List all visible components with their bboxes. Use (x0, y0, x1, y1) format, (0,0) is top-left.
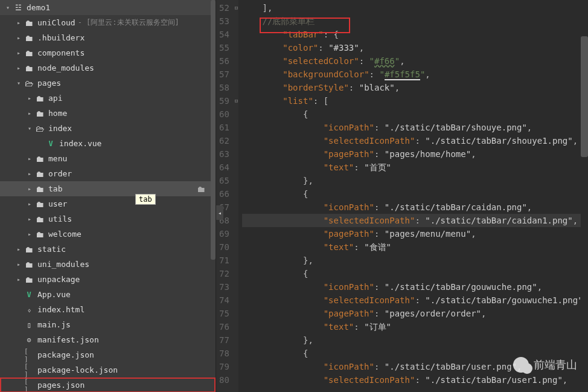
folder-icon (35, 184, 45, 194)
chevron-right-icon[interactable] (14, 19, 23, 27)
tree-item-utils[interactable]: utils (0, 211, 216, 227)
spacer (36, 140, 45, 148)
tree-label: api (48, 94, 62, 103)
tree-item-order[interactable]: order (0, 166, 216, 181)
code-editor[interactable]: 5253545556575859606162636465666768697071… (216, 0, 588, 392)
tree-label: utils (48, 214, 72, 223)
chevron-down-icon[interactable] (14, 79, 23, 88)
tree-item-main-js[interactable]: main.js (0, 317, 216, 332)
tree-item-node-modules[interactable]: node_modules (0, 60, 216, 76)
wechat-icon (513, 357, 529, 373)
folder-icon (35, 199, 45, 209)
tree-label: unpackage (37, 275, 80, 284)
tooltip: tab (135, 194, 156, 205)
chevron-right-icon[interactable] (14, 275, 23, 284)
html-icon (24, 305, 34, 315)
vue-icon (24, 290, 34, 300)
tree-label: App.vue (37, 290, 71, 299)
folder-icon (24, 260, 34, 269)
chevron-right-icon[interactable] (14, 245, 23, 254)
tree-item-package-lock-json[interactable]: package-lock.json (0, 362, 216, 378)
tree-label: manifest.json (37, 335, 99, 344)
json-icon (24, 335, 34, 345)
tree-item-api[interactable]: api (0, 91, 216, 106)
tree-item-index[interactable]: index (0, 121, 216, 136)
tree-item-manifest-json[interactable]: manifest.json (0, 332, 216, 347)
tree-item-home[interactable]: home (0, 106, 216, 121)
chevron-right-icon[interactable] (25, 215, 34, 223)
chevron-right-icon[interactable] (14, 64, 23, 72)
editor-scrollbar[interactable] (581, 0, 588, 392)
tree-label: order (48, 169, 72, 178)
tree-label: .hbuilderx (37, 33, 85, 42)
sidebar-scrollbar[interactable] (211, 0, 216, 260)
spacer (14, 366, 23, 374)
watermark-text: 前端青山 (534, 358, 577, 372)
chevron-down-icon[interactable] (25, 124, 34, 133)
tree-label: components (37, 48, 85, 57)
tree-label: node_modules (37, 63, 94, 72)
tree-item-unpackage[interactable]: unpackage (0, 272, 216, 287)
tree-item-index-html[interactable]: index.html (0, 302, 216, 317)
file-explorer[interactable]: demo1 uniCloud - [阿里云:未关联云服务空间] .hbuilde… (0, 0, 216, 392)
chevron-right-icon[interactable] (25, 155, 34, 163)
spacer (14, 321, 23, 329)
tree-label: index (48, 124, 72, 133)
project-label: demo1 (27, 3, 50, 12)
folder-icon (24, 275, 34, 284)
tree-item-app-vue[interactable]: App.vue (0, 287, 216, 302)
spacer (14, 291, 23, 299)
js-icon (24, 320, 34, 330)
tree-item-index-vue[interactable]: index.vue (0, 136, 216, 151)
tree-item-hbuilderx[interactable]: .hbuilderx (0, 30, 216, 45)
tree-item-components[interactable]: components (0, 45, 216, 60)
chevron-right-icon[interactable] (25, 230, 34, 239)
tree-label: index.html (37, 305, 85, 314)
tree-item-pages-json[interactable]: pages.json (0, 378, 216, 392)
chevron-right-icon[interactable] (25, 170, 34, 178)
tree-item-menu[interactable]: menu (0, 151, 216, 166)
tree-label: user (48, 199, 67, 208)
tree-label: tab (48, 184, 62, 193)
chevron-right-icon[interactable] (25, 185, 34, 193)
folder-icon (35, 214, 45, 224)
json-icon (24, 350, 34, 360)
folder-open-icon (35, 124, 45, 133)
folder-icon (24, 33, 34, 43)
project-root[interactable]: demo1 (0, 0, 216, 15)
tree-label: pages.json (37, 381, 85, 390)
chevron-right-icon[interactable] (25, 94, 34, 103)
folder-icon (24, 18, 34, 28)
folder-icon (24, 245, 34, 254)
tree-item-welcome[interactable]: welcome (0, 227, 216, 242)
tree-item-pages[interactable]: pages (0, 76, 216, 91)
tree-item-static[interactable]: static (0, 242, 216, 257)
scroll-thumb[interactable] (581, 36, 588, 157)
chevron-right-icon[interactable] (14, 260, 23, 269)
tree-item-uni-modules[interactable]: uni_modules (0, 257, 216, 272)
chevron-right-icon[interactable] (25, 200, 34, 208)
chevron-right-icon[interactable] (14, 34, 23, 42)
code-content[interactable]: ], //底部菜单栏 "tabBar": { "color": "#333", … (238, 0, 588, 392)
folder-icon (35, 154, 45, 164)
tree-note: - [阿里云:未关联云服务空间] (78, 18, 179, 28)
spacer (14, 351, 23, 359)
tree-item-tab[interactable]: tab (0, 181, 216, 196)
folder-open-icon (24, 79, 34, 88)
watermark: 前端青山 (513, 357, 577, 373)
chevron-right-icon[interactable] (25, 109, 34, 118)
fold-column[interactable]: ⊟⊟ (234, 0, 238, 392)
tree-label: static (37, 245, 66, 254)
chevron-down-icon[interactable] (4, 4, 12, 12)
spacer (14, 336, 23, 344)
folder-icon (24, 48, 34, 58)
tree-label: welcome (48, 230, 81, 239)
chevron-right-icon[interactable] (14, 49, 23, 57)
spacer (14, 306, 23, 314)
tree-item-unicloud[interactable]: uniCloud - [阿里云:未关联云服务空间] (0, 15, 216, 30)
tree-item-package-json[interactable]: package.json (0, 347, 216, 362)
tree-label: home (48, 109, 67, 118)
panel-collapse-handle[interactable]: ◂ (216, 205, 223, 220)
tree-item-user[interactable]: user (0, 196, 216, 211)
folder-icon (35, 230, 45, 239)
